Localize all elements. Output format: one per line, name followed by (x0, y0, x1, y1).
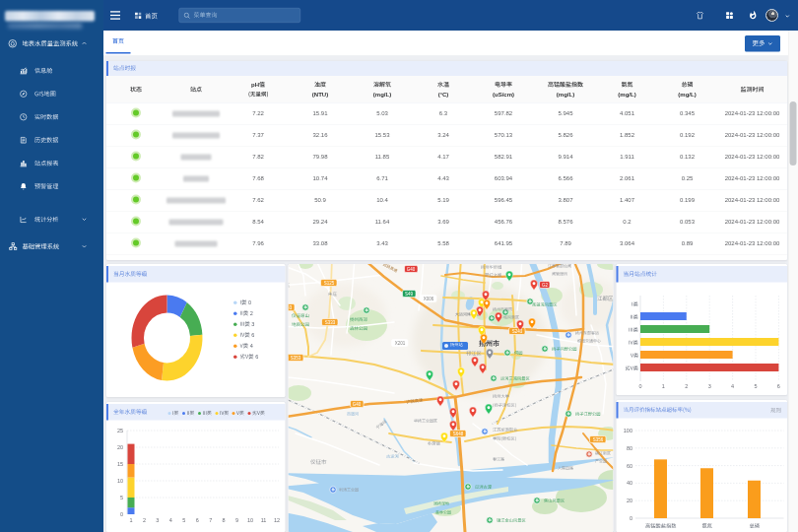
svg-text:X201: X201 (395, 341, 406, 346)
svg-text:S356: S356 (593, 437, 604, 442)
svg-text:5: 5 (120, 495, 123, 500)
svg-text:X006: X006 (424, 297, 434, 301)
svg-text:0: 0 (120, 511, 123, 517)
svg-text:25: 25 (117, 428, 123, 433)
svg-text:S243: S243 (289, 305, 293, 310)
svg-text:10: 10 (247, 517, 253, 523)
svg-text:G40: G40 (407, 267, 416, 272)
svg-text:2: 2 (685, 383, 688, 389)
svg-text:5: 5 (182, 517, 185, 523)
svg-text:11: 11 (261, 517, 267, 523)
svg-text:G2: G2 (542, 283, 549, 288)
svg-text:0: 0 (638, 383, 641, 389)
svg-text:5: 5 (754, 383, 757, 389)
svg-text:G40: G40 (353, 402, 362, 407)
svg-text:S648: S648 (453, 432, 464, 436)
svg-text:12: 12 (274, 517, 280, 523)
svg-text:4: 4 (731, 383, 734, 389)
svg-text:60: 60 (627, 463, 632, 469)
svg-text:20: 20 (117, 444, 123, 450)
svg-text:1: 1 (129, 517, 132, 523)
svg-text:1: 1 (662, 383, 665, 389)
svg-text:3: 3 (156, 517, 159, 523)
svg-text:S333: S333 (325, 320, 336, 325)
svg-text:10: 10 (117, 478, 123, 484)
svg-text:S125: S125 (324, 281, 335, 286)
svg-text:7: 7 (209, 517, 212, 523)
svg-text:9: 9 (235, 517, 238, 523)
svg-text:4: 4 (169, 517, 172, 523)
svg-text:100: 100 (624, 428, 632, 433)
svg-text:20: 20 (627, 498, 632, 503)
svg-text:6: 6 (777, 383, 780, 389)
svg-text:80: 80 (627, 445, 632, 451)
svg-text:15: 15 (117, 461, 123, 467)
svg-text:6: 6 (196, 517, 199, 523)
svg-text:3: 3 (708, 383, 711, 389)
svg-text:40: 40 (627, 480, 632, 486)
svg-text:8: 8 (223, 517, 226, 523)
svg-text:2: 2 (143, 517, 146, 523)
svg-text:S243: S243 (512, 329, 523, 334)
svg-text:S353: S353 (291, 356, 301, 361)
svg-text:S49: S49 (405, 292, 414, 297)
